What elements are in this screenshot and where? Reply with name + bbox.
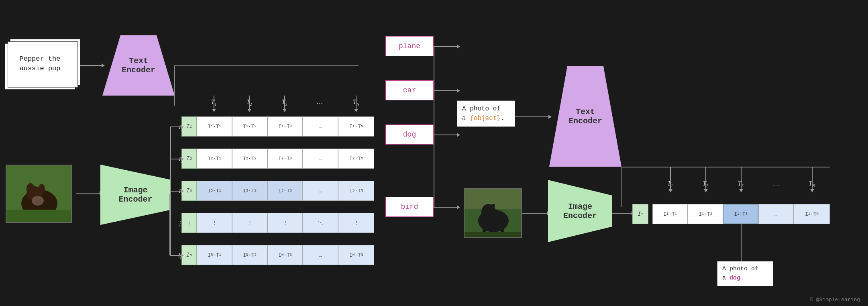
arrow-right-enc-h <box>621 167 830 167</box>
cell-n-2: IN·T2 <box>232 245 267 265</box>
arrow-plane-to-template <box>434 46 458 47</box>
row-label-in: IN <box>163 252 183 260</box>
cell-2-n: I2·TN <box>338 149 374 169</box>
right-cell-1: I1·T1 <box>652 204 688 224</box>
arrow-textenc-v1 <box>174 65 175 106</box>
arrow-left-imgenc-vertical <box>169 194 170 255</box>
cell-1-2: I1·T2 <box>232 116 267 137</box>
class-dog: dog <box>385 124 434 145</box>
class-plane: plane <box>385 36 434 56</box>
row-label-dots: ⋮ <box>163 220 183 227</box>
right-image-encoder-wrapper: Image Encoder <box>548 180 612 242</box>
result-object: dog <box>729 275 740 282</box>
image-encoder-shape: Image Encoder <box>100 165 171 225</box>
result-box: A photo ofa dog. <box>717 261 773 286</box>
cell-1-1: I1·T1 <box>197 116 232 137</box>
arrow-car-to-template <box>434 90 458 91</box>
arrow-template-to-encoder <box>515 116 549 117</box>
arrow-right-img-to-enc <box>522 213 548 214</box>
arrow-image-to-encoder <box>76 193 100 194</box>
right-cell-3-highlight: I1·T3 <box>723 204 758 224</box>
cell-dots-3: ⋮ <box>267 213 303 233</box>
cell-n-n: IN·TN <box>338 245 374 265</box>
green-label-idots: ⋮ <box>181 213 197 233</box>
arrow-right-t1-down <box>670 167 671 190</box>
arrow-right-tn-down <box>812 167 813 190</box>
cell-1-3: I1·T3 <box>267 116 303 137</box>
arrow-textenc-h <box>174 65 359 66</box>
arrow-imgenc-to-in <box>170 255 181 256</box>
arrow-enc-to-tn <box>356 96 357 110</box>
watermark: © @SimpleLearing <box>810 297 860 303</box>
svg-rect-17 <box>465 232 522 238</box>
text-encoder-shape: Text Encoder <box>102 35 175 96</box>
right-text-encoder-wrapper: Text Encoder <box>549 66 621 167</box>
arrow-right-t2-down <box>705 167 706 190</box>
cell-1-dots: … <box>303 116 338 137</box>
arrow-right-t3-down <box>741 167 742 190</box>
image-encoder-label: Image Encoder <box>100 165 171 225</box>
svg-point-6 <box>32 196 44 206</box>
cell-dots-1: ⋮ <box>197 213 232 233</box>
arrow-highlight-to-result <box>741 224 742 262</box>
cell-n-3: IN·T3 <box>267 245 303 265</box>
right-text-encoder-label: Text Encoder <box>549 66 621 167</box>
cell-3-dots: … <box>303 181 338 201</box>
cell-dots-2: ⋮ <box>232 213 267 233</box>
right-cell-2: I1·T2 <box>688 204 723 224</box>
cell-2-dots: … <box>303 149 338 169</box>
class-bird: bird <box>385 197 434 217</box>
arrow-imgenc-vert <box>170 126 171 255</box>
right-cell-dots: … <box>758 204 794 224</box>
cell-3-2: I3·T2 <box>232 181 267 201</box>
svg-rect-5 <box>6 210 72 223</box>
col-header-dots: … <box>303 98 337 106</box>
right-col-dots: … <box>758 180 794 187</box>
cell-dots-dots: ⋱ <box>303 213 338 233</box>
right-image-encoder-label: Image Encoder <box>548 180 612 242</box>
template-box: A photo ofa {object}. <box>457 100 515 127</box>
arrow-text-to-encoder <box>78 65 102 66</box>
arrow-imgenc-to-i2 <box>170 159 181 159</box>
arrow-imgenc-to-i3 <box>170 191 181 192</box>
cell-2-3: I2·T3 <box>267 149 303 169</box>
cell-n-dots: … <box>303 245 338 265</box>
cell-2-2: I2·T2 <box>232 149 267 169</box>
right-green-i1: I1 <box>632 204 648 224</box>
arrow-right-enc-v-start <box>621 167 622 207</box>
main-diagram: Pepper the aussie pup Text Encoder Image <box>0 0 868 306</box>
arrow-right-imgenc-to-i1 <box>612 213 632 214</box>
arrow-bird-to-template <box>434 207 458 208</box>
arrow-enc-to-t3 <box>284 96 285 110</box>
cell-n-1: IN·T1 <box>197 245 232 265</box>
dog-image-right <box>464 188 522 238</box>
arrow-imgenc-to-i1 <box>170 126 181 127</box>
row-label-i2: I2 <box>163 156 183 163</box>
right-cell-n: I1·TN <box>794 204 830 224</box>
arrow-dog-to-template <box>434 135 458 135</box>
cell-1-n: I1·TN <box>338 116 374 137</box>
text-input-papers: Pepper the aussie pup <box>5 43 75 90</box>
svg-point-3 <box>26 183 35 194</box>
object-placeholder: {object} <box>470 115 501 122</box>
cell-3-3: I3·T3 <box>267 181 303 201</box>
arrow-enc-to-t2 <box>249 96 250 110</box>
cell-dots-n: ⋮ <box>338 213 374 233</box>
arrow-enc-to-t1 <box>214 96 214 110</box>
text-input-label: Pepper the aussie pup <box>5 51 75 77</box>
svg-point-4 <box>39 184 45 194</box>
cell-3-1: I3·T1 <box>197 181 232 201</box>
text-encoder-label: Text Encoder <box>102 35 175 96</box>
svg-rect-11 <box>487 204 490 212</box>
row-label-i3: I3 <box>163 188 183 196</box>
cell-3-n: I3·TN <box>338 181 374 201</box>
class-car: car <box>385 80 434 100</box>
svg-rect-12 <box>492 204 495 211</box>
dog-image-left <box>6 165 72 223</box>
cell-2-1: I2·T1 <box>197 149 232 169</box>
row-label-i1: I1 <box>163 124 183 131</box>
arrow-class-vert <box>434 46 434 207</box>
